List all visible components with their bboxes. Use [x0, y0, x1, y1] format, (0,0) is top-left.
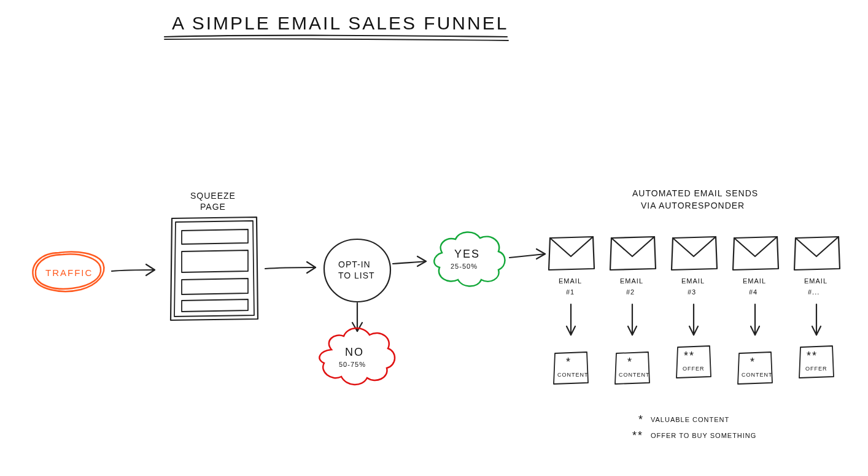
- email-3-label-1: EMAIL: [681, 277, 705, 285]
- title-underline-2: [165, 39, 508, 40]
- arrow-optin-to-yes: [393, 256, 426, 266]
- email-5-box: OFFER: [805, 366, 827, 372]
- email-3-label-2: #3: [688, 288, 696, 296]
- legend-star-single-label: VALUABLE CONTENT: [651, 416, 729, 423]
- yes-node: YES 25-50%: [434, 232, 505, 286]
- email-3-stars: **: [684, 350, 695, 362]
- legend-star-double: **: [632, 429, 643, 442]
- email-column-4: EMAIL #4 * CONTENT: [733, 237, 778, 384]
- arrow-yes-to-emails: [510, 249, 545, 259]
- squeeze-page-node: SQUEEZE PAGE: [171, 191, 258, 320]
- no-percent: 50-75%: [339, 361, 366, 368]
- email-2-stars: *: [627, 356, 633, 368]
- email-column-3: EMAIL #3 ** OFFER: [672, 237, 717, 378]
- autoresponder-label-1: AUTOMATED EMAIL SENDS: [632, 188, 758, 198]
- email-4-label-2: #4: [749, 288, 758, 296]
- autoresponder-label-2: VIA AUTORESPONDER: [641, 201, 745, 210]
- email-4-stars: *: [750, 356, 756, 368]
- no-label: NO: [345, 346, 364, 358]
- traffic-node: TRAFFIC: [33, 252, 104, 291]
- arrow-squeeze-to-optin: [265, 262, 316, 273]
- title-underline: [165, 36, 507, 37]
- legend-star-double-label: OFFER TO BUY SOMETHING: [651, 432, 756, 439]
- yes-percent: 25-50%: [451, 263, 478, 270]
- diagram-canvas: A SIMPLE EMAIL SALES FUNNEL TRAFFIC SQUE…: [0, 0, 868, 476]
- email-column-1: EMAIL #1 * CONTENT: [549, 237, 594, 384]
- email-5-stars: **: [807, 350, 818, 362]
- no-node: NO 50-75%: [319, 328, 395, 385]
- email-2-label-1: EMAIL: [620, 277, 643, 285]
- email-4-label-1: EMAIL: [743, 277, 766, 285]
- legend-star-single: *: [638, 413, 644, 426]
- squeeze-label-1: SQUEEZE: [190, 191, 236, 201]
- email-2-label-2: #2: [626, 288, 635, 296]
- optin-node: OPT-IN TO LIST: [324, 239, 390, 302]
- yes-label: YES: [454, 248, 480, 260]
- email-1-label-2: #1: [566, 288, 575, 296]
- diagram-title: A SIMPLE EMAIL SALES FUNNEL: [172, 13, 508, 33]
- arrow-optin-to-no: [352, 303, 362, 331]
- email-4-box: CONTENT: [742, 372, 773, 378]
- email-5-label-1: EMAIL: [804, 277, 827, 285]
- email-1-stars: *: [566, 356, 572, 368]
- traffic-label: TRAFFIC: [45, 267, 93, 278]
- arrow-traffic-to-squeeze: [112, 264, 155, 275]
- optin-label-1: OPT-IN: [338, 259, 371, 269]
- squeeze-label-2: PAGE: [200, 202, 226, 212]
- email-2-box: CONTENT: [619, 372, 650, 378]
- email-column-2: EMAIL #2 * CONTENT: [610, 237, 656, 384]
- email-1-label-1: EMAIL: [559, 277, 582, 285]
- email-5-label-2: #...: [808, 288, 820, 296]
- email-1-box: CONTENT: [557, 372, 589, 378]
- legend: * VALUABLE CONTENT ** OFFER TO BUY SOMET…: [632, 413, 756, 442]
- email-column-5: EMAIL #... ** OFFER: [794, 237, 840, 378]
- email-3-box: OFFER: [683, 366, 705, 372]
- optin-label-2: TO LIST: [338, 271, 375, 280]
